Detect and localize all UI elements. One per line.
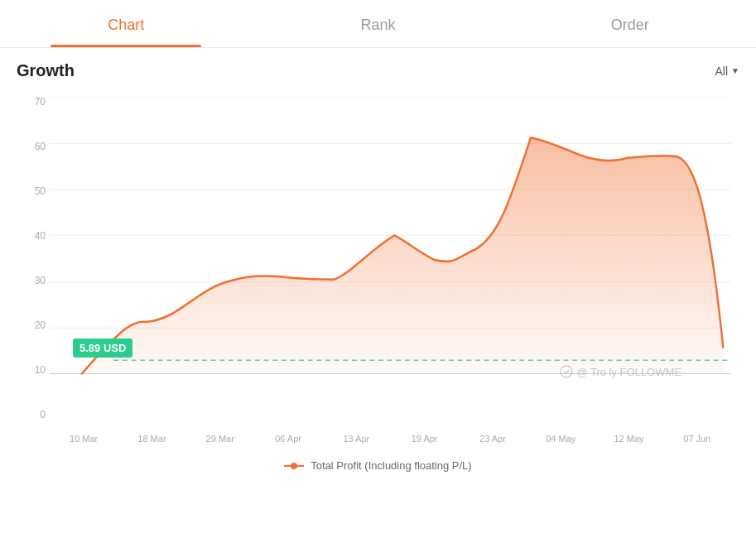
x-label-1: 18 Mar (118, 434, 185, 444)
x-label-8: 12 May (595, 434, 662, 444)
x-label-3: 06 Apr (254, 434, 322, 444)
tooltip-badge: 5.89 USD (73, 339, 132, 358)
tab-rank[interactable]: Rank (252, 0, 503, 47)
y-label-0: 0 (17, 410, 46, 420)
x-label-0: 10 Mar (50, 434, 118, 444)
tab-chart[interactable]: Chart (0, 0, 252, 47)
filter-dropdown[interactable]: All ▼ (715, 65, 739, 78)
growth-chart: 0 10 20 30 40 50 60 70 (17, 97, 739, 453)
y-label-20: 20 (17, 320, 46, 330)
y-label-50: 50 (17, 186, 46, 196)
y-label-40: 40 (17, 231, 46, 241)
chevron-down-icon: ▼ (731, 66, 739, 75)
watermark-icon (560, 365, 573, 378)
x-label-6: 23 Apr (459, 434, 527, 444)
growth-header: Growth All ▼ (17, 61, 739, 80)
legend-label: Total Profit (Including floating P/L) (311, 459, 471, 472)
y-axis: 0 10 20 30 40 50 60 70 (17, 97, 46, 420)
chart-svg-area: 5.89 USD @ Tro ly FOLLOWME (50, 97, 731, 420)
tab-bar: Chart Rank Order (0, 0, 756, 48)
y-label-10: 10 (17, 365, 46, 375)
y-label-60: 60 (17, 142, 46, 151)
x-label-4: 13 Apr (322, 434, 390, 444)
x-label-7: 04 May (527, 434, 595, 444)
watermark: @ Tro ly FOLLOWME (560, 365, 681, 378)
y-label-70: 70 (17, 97, 46, 107)
growth-title: Growth (17, 61, 75, 80)
x-label-5: 19 Apr (390, 434, 458, 444)
x-label-2: 29 Mar (186, 434, 254, 444)
chart-fill-area (82, 137, 724, 373)
x-axis: 10 Mar 18 Mar 29 Mar 06 Apr 13 Apr 19 Ap… (50, 424, 731, 453)
tab-order[interactable]: Order (504, 0, 756, 47)
x-label-9: 07 Jun (663, 434, 731, 444)
chart-legend: Total Profit (Including floating P/L) (17, 459, 739, 472)
y-label-30: 30 (17, 276, 46, 286)
chart-content: Growth All ▼ 0 10 20 30 40 50 60 70 (0, 48, 756, 480)
legend-line-icon (284, 465, 304, 467)
